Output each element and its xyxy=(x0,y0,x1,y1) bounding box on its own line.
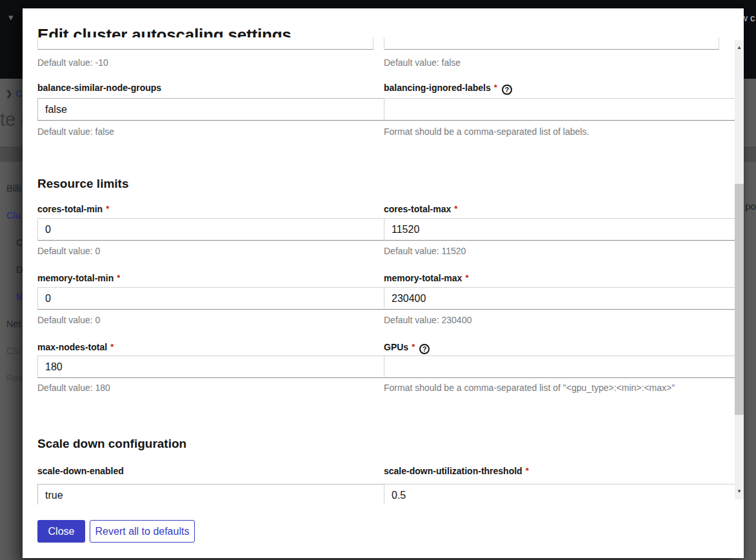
edit-cluster-autoscaling-modal: Edit cluster autoscaling settings Defaul… xyxy=(23,8,744,558)
masthead-dropdown-caret-icon: ▾ xyxy=(8,12,14,23)
label-text: scale-down-utilization-threshold xyxy=(384,466,522,476)
label-text: cores-total-max xyxy=(384,204,451,214)
helper-text: Default value: false xyxy=(37,126,373,137)
modal-scrollbar[interactable]: ▲ ▼ xyxy=(735,40,744,499)
scrolled-out-input-right[interactable] xyxy=(384,37,719,50)
breadcrumb-chevron-icon: ❯ xyxy=(6,89,12,98)
wizard-step-billing: Billi xyxy=(6,183,21,194)
field-label-gpus: GPUs*? xyxy=(384,342,719,354)
field-label-scale-down-utilization-threshold: scale-down-utilization-threshold* xyxy=(384,466,719,476)
field-label-memory-total-min: memory-total-min* xyxy=(37,273,373,283)
field-label-balancing-ignored-labels: balancing-ignored-labels*? xyxy=(384,83,719,95)
helper-text: Format should be a comma-separated list … xyxy=(384,383,719,393)
label-text: GPUs xyxy=(384,342,408,352)
required-asterisk: * xyxy=(106,204,109,214)
field-label-cores-total-max: cores-total-max* xyxy=(384,204,719,214)
required-asterisk: * xyxy=(117,273,120,283)
required-asterisk: * xyxy=(465,273,468,283)
help-icon[interactable]: ? xyxy=(419,344,430,354)
required-asterisk: * xyxy=(526,466,529,475)
scrolled-out-input-left[interactable] xyxy=(37,37,373,50)
select-value: false xyxy=(45,104,67,115)
wizard-substep-2: D xyxy=(16,265,23,275)
gpus-input[interactable] xyxy=(384,355,735,378)
field-label-balance-similar-node-groups: balance-similar-node-groups xyxy=(37,83,373,93)
scrollbar-up-arrow-icon[interactable]: ▲ xyxy=(735,43,744,52)
background-content-fragment: po xyxy=(745,201,756,212)
label-text: balancing-ignored-labels xyxy=(384,83,491,93)
label-text: cores-total-min xyxy=(37,204,103,214)
helper-text: Default value: 0 xyxy=(37,246,373,256)
helper-text: Default value: 180 xyxy=(37,383,373,393)
help-icon[interactable]: ? xyxy=(502,85,512,95)
required-asterisk: * xyxy=(110,342,114,352)
modal-scroll-viewport: Default value: -10 Default value: false … xyxy=(23,37,735,505)
helper-text: Default value: false xyxy=(384,57,719,68)
scrollbar-thumb[interactable] xyxy=(735,184,744,415)
scrollbar-down-arrow-icon[interactable]: ▼ xyxy=(735,487,744,496)
balancing-ignored-labels-input[interactable] xyxy=(384,98,735,121)
helper-text: Format should be a comma-separated list … xyxy=(384,126,719,137)
section-title-scale-down: Scale down configuration xyxy=(37,437,373,451)
scale-down-utilization-threshold-input[interactable] xyxy=(384,484,735,505)
cores-total-max-input[interactable] xyxy=(384,218,735,241)
memory-total-max-input[interactable] xyxy=(384,287,735,310)
label-text: max-nodes-total xyxy=(37,342,107,352)
wizard-step-review: Rev xyxy=(6,373,23,383)
label-text: scale-down-enabled xyxy=(37,466,124,476)
wizard-step-cluster-updates: Clu xyxy=(6,346,21,356)
field-label-cores-total-min: cores-total-min* xyxy=(37,204,373,214)
field-label-scale-down-enabled: scale-down-enabled xyxy=(37,466,373,476)
revert-all-to-defaults-button[interactable]: Revert all to defaults xyxy=(90,520,195,543)
label-text: memory-total-max xyxy=(384,273,462,283)
section-title-resource-limits: Resource limits xyxy=(37,177,373,191)
field-label-max-nodes-total: max-nodes-total* xyxy=(37,342,373,352)
wizard-step-cluster-settings: Clu xyxy=(6,210,21,221)
label-text: balance-similar-node-groups xyxy=(37,83,161,93)
select-value: true xyxy=(45,490,63,501)
required-asterisk: * xyxy=(412,342,415,352)
helper-text: Default value: 0 xyxy=(37,315,373,325)
required-asterisk: * xyxy=(454,204,457,214)
breadcrumb-link-fragment: C xyxy=(15,88,23,99)
field-label-memory-total-max: memory-total-max* xyxy=(384,273,719,283)
helper-text: Default value: 230400 xyxy=(384,315,719,325)
required-asterisk: * xyxy=(494,83,497,92)
helper-text: Default value: 11520 xyxy=(384,246,719,256)
wizard-substep-1: C xyxy=(16,237,23,248)
wizard-step-networking: Net xyxy=(6,319,21,329)
close-button[interactable]: Close xyxy=(37,520,85,543)
helper-text: Default value: -10 xyxy=(37,57,373,68)
label-text: memory-total-min xyxy=(37,273,114,283)
